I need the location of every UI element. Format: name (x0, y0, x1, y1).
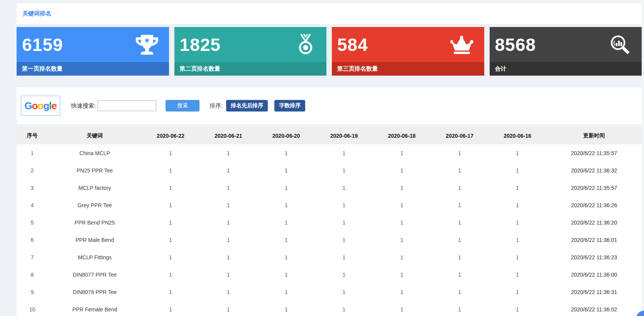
column-header: 序号 (17, 127, 48, 144)
table-row: 2PN25 PPR Tee11111112020/6/22 11:36:32 (17, 162, 642, 179)
rank-cell: 1 (488, 301, 546, 316)
table-row: 9DIN8078 PPR Tee11111112020/6/22 11:36:3… (17, 283, 642, 301)
google-logo-letter: o (32, 100, 37, 112)
column-header: 更新时间 (546, 127, 642, 144)
rank-cell: 1 (315, 196, 373, 214)
stat-card-page3: 584 第三页排名数量 (332, 27, 484, 76)
stat-card-total: 8568 合计 (490, 27, 642, 76)
column-header: 2020-06-20 (257, 127, 315, 144)
keyword-cell: PPR Male Bend (48, 231, 142, 248)
rank-cell: 1 (142, 231, 199, 248)
rank-cell: 1 (488, 248, 546, 266)
stat-value: 1825 (180, 34, 221, 55)
column-header: 2020-06-21 (199, 127, 257, 144)
rank-cell: 1 (142, 179, 199, 196)
rank-cell: 1 (373, 283, 431, 301)
stat-value: 6159 (22, 34, 63, 55)
rank-cell: 1 (257, 266, 315, 283)
quick-search-label: 快速搜索: (71, 102, 96, 110)
page-title: 关键词排名 (22, 10, 51, 17)
updated-time-cell: 2020/6/22 11:36:31 (546, 283, 642, 301)
column-header: 2020-06-16 (488, 127, 546, 144)
stat-label: 第二页排名数量 (174, 62, 327, 76)
column-header: 2020-06-17 (431, 127, 488, 144)
rank-cell: 1 (315, 248, 373, 266)
sort-by-rank-button[interactable]: 排名先后排序 (226, 100, 268, 112)
rank-cell: 1 (431, 266, 488, 283)
rank-cell: 1 (431, 162, 488, 179)
google-logo-letter: G (24, 100, 32, 112)
rank-cell: 1 (315, 301, 373, 316)
column-header: 2020-06-22 (142, 127, 199, 144)
rank-cell: 1 (315, 214, 373, 231)
keywords-table: 序号关键词2020-06-222020-06-212020-06-202020-… (17, 127, 642, 316)
rank-cell: 1 (373, 231, 431, 248)
stat-value: 8568 (495, 34, 536, 55)
rank-cell: 1 (431, 231, 488, 248)
updated-time-cell: 2020/6/22 11:36:20 (546, 214, 642, 231)
table-row: 5PPR Bend PN2511111112020/6/22 11:36:20 (17, 214, 642, 231)
magnifier-chart-icon (609, 34, 631, 56)
rank-cell: 1 (199, 283, 257, 301)
keyword-cell: MCLP Fittings (48, 248, 142, 266)
row-index: 6 (17, 231, 48, 248)
rank-cell: 1 (315, 144, 373, 162)
google-logo: Google (21, 96, 60, 116)
row-index: 8 (17, 266, 48, 283)
keyword-cell: DIN8078 PPR Tee (48, 283, 142, 301)
table-row: 10PPR Female Bend11111112020/6/22 11:36:… (17, 301, 642, 316)
rank-cell: 1 (488, 162, 546, 179)
rank-cell: 1 (488, 196, 546, 214)
rank-cell: 1 (199, 248, 257, 266)
updated-time-cell: 2020/6/22 11:36:23 (546, 248, 642, 266)
google-logo-letter: o (37, 100, 43, 112)
rank-cell: 1 (199, 266, 257, 283)
row-index: 9 (17, 283, 48, 301)
rank-cell: 1 (488, 179, 546, 196)
rank-cell: 1 (199, 214, 257, 231)
row-index: 2 (17, 162, 48, 179)
stat-label: 第一页排名数量 (17, 62, 169, 76)
row-index: 5 (17, 214, 48, 231)
rank-cell: 1 (373, 162, 431, 179)
rank-cell: 1 (257, 231, 315, 248)
stat-cards: 6159 第一页排名数量 1825 第二页排名数量 (17, 27, 642, 76)
scrollbar-track[interactable] (642, 0, 644, 316)
sort-by-wordcount-button[interactable]: 字数排序 (274, 100, 305, 112)
table-row: 8DIN8077 PPR Tee11111112020/6/22 11:36:0… (17, 266, 642, 283)
stat-card-page2: 1825 第二页排名数量 (174, 27, 327, 76)
google-logo-text: Google (24, 100, 57, 112)
search-input[interactable] (98, 100, 156, 111)
table-row: 4Grey PPR Tee11111112020/6/22 11:36:26 (17, 196, 642, 214)
column-header: 2020-06-18 (373, 127, 431, 144)
medal-icon (296, 34, 316, 56)
search-button[interactable]: 搜索 (166, 100, 199, 112)
table-row: 6PPR Male Bend11111112020/6/22 11:36:01 (17, 231, 642, 248)
updated-time-cell: 2020/6/22 11:35:57 (546, 144, 642, 162)
rank-cell: 1 (488, 214, 546, 231)
updated-time-cell: 2020/6/22 11:36:02 (546, 301, 642, 316)
rank-cell: 1 (315, 179, 373, 196)
keyword-cell: PPR Bend PN25 (48, 214, 142, 231)
rank-cell: 1 (142, 248, 199, 266)
row-index: 10 (17, 301, 48, 316)
row-index: 3 (17, 179, 48, 196)
keyword-cell: DIN8077 PPR Tee (48, 266, 142, 283)
rank-cell: 1 (431, 283, 488, 301)
stat-label: 第三页排名数量 (332, 62, 484, 76)
stat-card-page1: 6159 第一页排名数量 (17, 27, 169, 76)
page-header: 关键词排名 (17, 3, 642, 24)
sort-label: 排序: (210, 102, 223, 110)
rank-cell: 1 (488, 231, 546, 248)
rank-cell: 1 (142, 266, 199, 283)
rank-cell: 1 (488, 266, 546, 283)
keyword-cell: China MCLP (48, 144, 142, 162)
stat-value: 584 (337, 34, 368, 55)
rank-cell: 1 (488, 144, 546, 162)
rank-cell: 1 (142, 144, 199, 162)
rank-cell: 1 (315, 231, 373, 248)
rank-cell: 1 (257, 248, 315, 266)
updated-time-cell: 2020/6/22 11:36:00 (546, 266, 642, 283)
google-logo-letter: g (43, 100, 49, 112)
rank-cell: 1 (199, 179, 257, 196)
